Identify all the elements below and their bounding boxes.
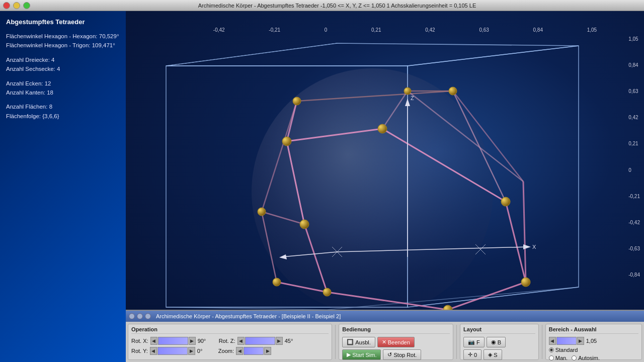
flaechen-winkel-2: Flächenwinkel Hexagon - Trigon: 109,471° — [6, 41, 120, 50]
standard-radio-dot — [549, 347, 554, 352]
stop-rot-icon: ↺ — [387, 351, 392, 358]
bereich-right-arrow[interactable]: ▶ — [577, 337, 584, 345]
rot-z-value: 45° — [285, 338, 299, 344]
layout-row-2: ✛ 0 ◈ S — [463, 349, 535, 360]
rot-z-right-arrow[interactable]: ▶ — [276, 337, 283, 345]
svg-point-38 — [378, 124, 387, 133]
bereich-left-arrow[interactable]: ◀ — [549, 337, 556, 345]
bedienung-title: Bedienung — [342, 326, 450, 334]
layout-0-button[interactable]: ✛ 0 — [463, 349, 481, 360]
anzahl-dreiecke: Anzahl Dreiecke: 4 — [6, 55, 120, 64]
ausbl-icon: 🔲 — [347, 339, 354, 345]
svg-point-47 — [273, 278, 281, 286]
rot-y-label: Rot. Y: — [131, 348, 148, 354]
layout-row-1: 📷 F ◉ B — [463, 337, 535, 347]
close-button[interactable] — [3, 2, 10, 9]
standard-radio[interactable]: Standard — [549, 347, 578, 353]
rot-z-left-arrow[interactable]: ◀ — [237, 337, 245, 345]
bereich-slider[interactable]: ◀ ▶ — [549, 337, 584, 345]
svg-text:X: X — [532, 244, 536, 250]
sub-close-btn[interactable] — [129, 313, 135, 319]
ausbl-button[interactable]: 🔲 Ausbl. — [342, 337, 375, 347]
rot-x-row: Rot. X: ◀ ▶ 90° Rot. Z: ◀ ▶ — [131, 337, 329, 345]
stop-rot-button[interactable]: ↺ Stop Rot. — [383, 349, 421, 360]
main-area: Abgestumpftes Tetraeder Flächenwinkel He… — [0, 11, 644, 362]
start-sim-button[interactable]: ▶ Start Sim. — [342, 349, 381, 360]
anzahl-sechsecke: Anzahl Sechsecke: 4 — [6, 64, 120, 73]
svg-point-44 — [323, 288, 331, 296]
beenden-icon: ✕ — [382, 339, 386, 345]
angles-section: Flächenwinkel Hexagon - Hexagon: 70,529°… — [6, 32, 120, 50]
bereich-radio-row-2: Man. Autosim. — [549, 355, 638, 361]
svg-line-12 — [506, 202, 526, 282]
rot-y-left-arrow[interactable]: ◀ — [150, 347, 157, 355]
sub-window-titlebar: Archimedische Körper - Abgestumpftes Tet… — [126, 311, 644, 322]
bereich-track[interactable] — [556, 337, 577, 345]
counts-section-1: Anzahl Dreiecke: 4 Anzahl Sechsecke: 4 — [6, 55, 120, 74]
bereich-radio-row: Standard — [549, 347, 638, 353]
operation-title: Operation — [131, 326, 329, 334]
rot-z-slider[interactable]: ◀ ▶ — [237, 337, 283, 345]
rot-x-track[interactable] — [158, 337, 188, 345]
sub-min-btn[interactable] — [137, 313, 143, 319]
rot-y-slider[interactable]: ◀ ▶ — [150, 347, 195, 355]
rot-y-right-arrow[interactable]: ▶ — [188, 347, 195, 355]
bereich-group-container: Bereich - Auswahl ◀ ▶ 1,05 Standard — [545, 324, 642, 360]
maximize-button[interactable] — [23, 2, 30, 9]
layout-f-button[interactable]: 📷 F — [463, 337, 485, 347]
layout-s-button[interactable]: ◈ S — [484, 349, 502, 360]
control-panel: Archimedische Körper - Abgestumpftes Tet… — [126, 310, 644, 362]
rot-y-row: Rot. Y: ◀ ▶ 0° Zoom: ◀ ▶ — [131, 347, 329, 355]
man-radio[interactable]: Man. — [549, 355, 568, 361]
flaechen-winkel-1: Flächenwinkel Hexagon - Hexagon: 70,529° — [6, 32, 120, 41]
svg-point-5 — [252, 68, 493, 315]
zoom-track[interactable] — [244, 347, 264, 355]
svg-line-13 — [448, 282, 526, 310]
man-radio-dot — [549, 355, 554, 360]
window-title: Archimedische Körper - Abgestumpftes Tet… — [33, 3, 641, 9]
layout-b-button[interactable]: ◉ B — [487, 337, 506, 347]
rot-x-value: 90° — [198, 338, 212, 344]
minimize-button[interactable] — [13, 2, 20, 9]
svg-point-39 — [293, 97, 301, 105]
shape-title: Abgestumpftes Tetraeder — [6, 18, 120, 26]
zoom-left-arrow[interactable]: ◀ — [236, 347, 243, 355]
rot-y-track[interactable] — [157, 347, 188, 355]
svg-marker-29 — [523, 244, 531, 249]
layout-group: Layout 📷 F ◉ B ✛ — [460, 324, 539, 360]
svg-point-37 — [282, 137, 291, 146]
svg-point-45 — [300, 220, 309, 229]
bereich-slider-row: ◀ ▶ 1,05 — [549, 337, 638, 345]
plus-icon: ✛ — [468, 351, 472, 358]
counts-section-2: Anzahl Ecken: 12 Anzahl Kanten: 18 — [6, 79, 120, 98]
layout-title: Layout — [463, 326, 535, 334]
rot-x-label: Rot. X: — [131, 338, 148, 344]
rot-x-left-arrow[interactable]: ◀ — [150, 337, 157, 345]
svg-text:Z: Z — [411, 95, 414, 101]
counts-section-3: Anzahl Flächen: 8 Flächenfolge: {3,6,6} — [6, 102, 120, 121]
bedienung-row-1: 🔲 Ausbl. ✕ Beenden — [342, 337, 450, 347]
zoom-right-arrow[interactable]: ▶ — [264, 347, 271, 355]
sub-window-title: Archimedische Körper - Abgestumpftes Tet… — [156, 313, 341, 319]
3d-viewport[interactable]: -0,42 -0,21 0 0,21 0,42 0,63 0,84 1,05 1… — [126, 11, 644, 362]
title-bar: Archimedische Körper - Abgestumpftes Tet… — [0, 0, 644, 11]
sub-max-btn[interactable] — [145, 313, 151, 319]
separator-3 — [542, 325, 542, 359]
zoom-slider[interactable]: ◀ ▶ — [236, 347, 271, 355]
bereich-title: Bereich - Auswahl — [549, 326, 638, 334]
svg-point-48 — [404, 87, 411, 95]
rot-x-right-arrow[interactable]: ▶ — [189, 337, 196, 345]
autosim-radio[interactable]: Autosim. — [572, 355, 600, 361]
svg-marker-2 — [166, 43, 579, 66]
zoom-label: Zoom: — [218, 348, 234, 354]
layout-b-icon: ◉ — [491, 339, 496, 345]
svg-point-40 — [449, 87, 457, 95]
anzahl-kanten: Anzahl Kanten: 18 — [6, 88, 120, 97]
autosim-radio-dot — [572, 355, 577, 360]
start-sim-icon: ▶ — [347, 351, 351, 358]
info-panel: Abgestumpftes Tetraeder Flächenwinkel He… — [0, 11, 126, 362]
rot-y-value: 0° — [197, 348, 211, 354]
rot-z-track[interactable] — [245, 337, 275, 345]
beenden-button[interactable]: ✕ Beenden — [377, 337, 415, 347]
rot-x-slider[interactable]: ◀ ▶ — [150, 337, 196, 345]
